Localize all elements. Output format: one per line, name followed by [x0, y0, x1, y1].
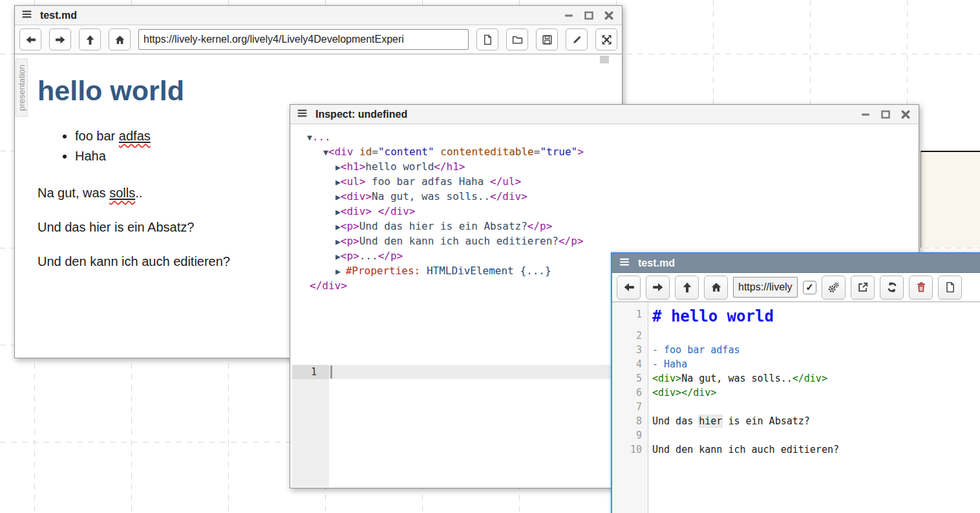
line-number: 3 [612, 343, 648, 357]
editor-line[interactable]: - foo bar adfas [648, 343, 740, 357]
highlighted-word: hier [699, 415, 722, 427]
up-button[interactable] [675, 276, 699, 300]
line-number: 1 [292, 365, 329, 379]
folder-button[interactable] [506, 28, 528, 50]
window-title: test.md [40, 10, 556, 21]
home-button[interactable] [704, 276, 728, 300]
back-button[interactable] [19, 28, 41, 50]
misspelled-word: adfas [119, 129, 151, 143]
note-morph[interactable] [921, 151, 980, 248]
url-input[interactable] [138, 29, 469, 50]
line-number: 2 [612, 329, 648, 343]
dom-tree-node[interactable]: ▶<ul> foo bar adfas Haha </ul> [290, 175, 919, 190]
line-number: 4 [612, 357, 648, 371]
editor-line[interactable]: # hello world [648, 307, 774, 326]
misspelled-word: solls [109, 186, 135, 200]
line-number-gutter: 1 [292, 365, 329, 487]
dom-tree-node[interactable]: ▶<h1>hello world</h1> [290, 160, 919, 175]
forward-button[interactable] [49, 28, 71, 50]
minimize-button[interactable] [564, 10, 574, 21]
window-title: Inspect: undefined [315, 109, 853, 120]
close-button[interactable] [900, 109, 911, 120]
window-titlebar[interactable]: Inspect: undefined [290, 105, 919, 124]
dom-tree-node[interactable]: ▼... [290, 130, 919, 145]
auto-update-checkbox[interactable]: ✓ [803, 281, 816, 294]
expand-triangle-icon[interactable]: ▶ [336, 252, 341, 261]
hamburger-menu-icon[interactable] [21, 9, 32, 22]
delete-trash-button[interactable] [909, 276, 933, 300]
dom-tree-node[interactable]: ▶<p>Und den kann ich auch editieren?</p> [290, 234, 919, 249]
settings-gears-button[interactable] [822, 276, 846, 300]
editor-line[interactable]: <div>Na gut, was solls..</div> [648, 371, 827, 386]
save-button[interactable] [536, 28, 558, 50]
expand-triangle-icon[interactable]: ▶ [336, 177, 341, 187]
hamburger-menu-icon[interactable] [619, 257, 630, 270]
editor-line[interactable]: Und das hier is ein Absatz? [648, 414, 810, 428]
maximize-button[interactable] [880, 109, 891, 120]
close-button[interactable] [604, 10, 614, 21]
window-md-editor: test.md ✓ 1# hello world 2 3- foo bar ad… [611, 252, 980, 513]
codemirror-editor[interactable]: 1# hello world 2 3- foo bar adfas 4- Hah… [612, 302, 980, 513]
hamburger-menu-icon[interactable] [297, 108, 308, 121]
new-file-button[interactable] [938, 276, 962, 300]
text-cursor [330, 366, 332, 378]
line-number: 5 [612, 371, 648, 386]
window-titlebar[interactable]: test.md [15, 6, 622, 25]
expand-triangle-icon[interactable]: ▶ [336, 207, 341, 217]
line-number: 1 [612, 307, 648, 322]
browser-toolbar: ✓ [612, 273, 980, 302]
new-file-button[interactable] [476, 28, 498, 50]
refresh-button[interactable] [880, 276, 904, 300]
minimize-button[interactable] [860, 109, 871, 120]
preview-heading: hello world [37, 75, 622, 107]
open-external-button[interactable] [851, 276, 875, 300]
expand-triangle-icon[interactable]: ▶ [336, 222, 341, 232]
expand-triangle-icon[interactable]: ▶ [336, 162, 341, 172]
edit-button[interactable] [566, 28, 588, 50]
line-number: 6 [612, 386, 648, 400]
presentation-tab[interactable]: presentation [16, 59, 28, 117]
editor-line[interactable]: Und den kann ich auch editieren? [648, 442, 839, 457]
editor-line[interactable]: <div></div> [648, 386, 716, 400]
window-title: test.md [638, 257, 975, 269]
expand-triangle-icon[interactable]: ▶ [336, 237, 341, 246]
maximize-button[interactable] [584, 10, 594, 21]
line-number: 9 [612, 428, 648, 442]
back-button[interactable] [617, 276, 641, 300]
checkmark-icon: ✓ [805, 281, 814, 293]
line-number: 8 [612, 414, 648, 428]
up-button[interactable] [79, 28, 101, 50]
expand-triangle-icon[interactable]: ▼ [307, 133, 312, 142]
dom-tree-node[interactable]: ▶<div>Na gut, was solls..</div> [290, 190, 919, 204]
window-titlebar[interactable]: test.md [612, 254, 980, 273]
expand-button[interactable] [595, 28, 617, 50]
editor-line[interactable]: - Haha [648, 357, 687, 371]
expand-triangle-icon[interactable]: ▶ [336, 267, 346, 276]
line-number: 7 [612, 400, 648, 414]
dom-tree-node[interactable]: ▼<div id="content" contenteditable="true… [290, 145, 919, 160]
forward-button[interactable] [646, 276, 670, 300]
line-number: 10 [612, 442, 648, 457]
dom-tree-node[interactable]: ▶<p>Und das hier is ein Absatz?</p> [290, 219, 919, 234]
expand-triangle-icon[interactable]: ▼ [323, 147, 328, 157]
expand-triangle-icon[interactable]: ▶ [336, 192, 341, 202]
browser-toolbar [15, 25, 622, 54]
url-input[interactable] [733, 277, 798, 298]
home-button[interactable] [109, 28, 131, 50]
dom-tree-node[interactable]: ▶<div> </div> [290, 204, 919, 219]
